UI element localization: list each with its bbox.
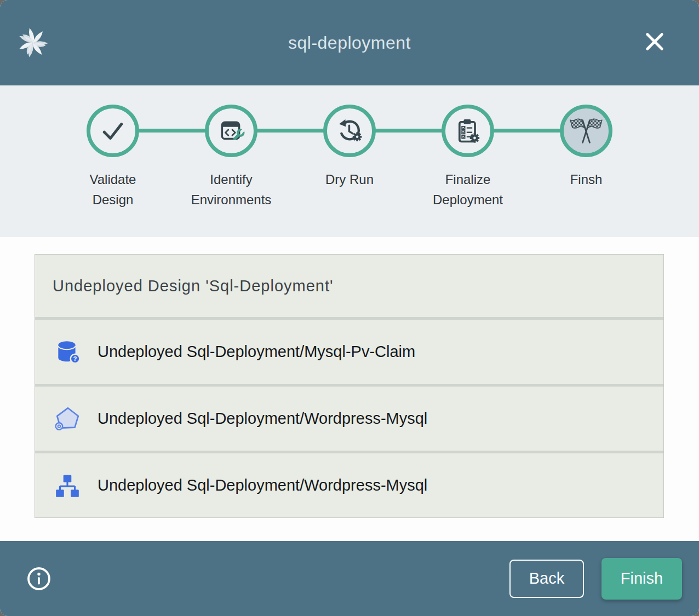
check-icon[interactable] bbox=[87, 105, 139, 157]
list-item: ? Undeployed Sql-Deployment/Mysql-Pv-Cla… bbox=[35, 317, 663, 384]
modal-header: sql-deployment bbox=[0, 0, 699, 85]
list-item-label: Undeployed Sql-Deployment/Mysql-Pv-Claim bbox=[98, 343, 415, 361]
svg-text:?: ? bbox=[73, 355, 77, 362]
back-button[interactable]: Back bbox=[509, 560, 584, 598]
code-window-wrench-icon[interactable] bbox=[205, 105, 257, 157]
step-label: Finsh bbox=[570, 169, 603, 189]
step-identify-environments: Identify Environments bbox=[172, 105, 290, 210]
list-item: Undeployed Sql-Deployment/Wordpress-Mysq… bbox=[35, 451, 663, 517]
list-item-label: Undeployed Sql-Deployment/Wordpress-Mysq… bbox=[98, 410, 427, 428]
step-finalize-deployment: Finalize Deployment bbox=[409, 105, 527, 210]
checkered-flags-icon[interactable] bbox=[560, 105, 612, 157]
step-label: Identify Environments bbox=[188, 169, 274, 210]
finish-button[interactable]: Finish bbox=[601, 558, 682, 600]
info-circle-icon[interactable] bbox=[26, 566, 51, 591]
history-gear-icon[interactable] bbox=[323, 105, 376, 157]
sql-deployment-wizard-modal: sql-deployment Validate Design bbox=[0, 0, 699, 616]
step-label: Validate Design bbox=[70, 169, 156, 210]
step-validate-design: Validate Design bbox=[54, 105, 172, 210]
step-label: Dry Run bbox=[325, 169, 374, 189]
wizard-stepper: Validate Design Identify En bbox=[0, 85, 699, 237]
list-item-label: Undeployed Sql-Deployment/Wordpress-Mysq… bbox=[98, 476, 427, 494]
step-finish: Finsh bbox=[527, 105, 645, 210]
close-icon[interactable] bbox=[642, 30, 667, 55]
log-header-row: Undeployed Design 'Sql-Deployment' bbox=[35, 255, 663, 317]
modal-title: sql-deployment bbox=[0, 33, 699, 53]
step-label: Finalize Deployment bbox=[425, 169, 511, 210]
step-dry-run: Dry Run bbox=[290, 105, 409, 210]
deployment-log-list: Undeployed Design 'Sql-Deployment' ? Und… bbox=[35, 254, 664, 518]
clipboard-gear-icon[interactable] bbox=[442, 105, 494, 157]
wizard-content: Undeployed Design 'Sql-Deployment' ? Und… bbox=[0, 237, 699, 541]
list-item: Undeployed Sql-Deployment/Wordpress-Mysq… bbox=[35, 384, 663, 451]
pinwheel-logo-icon bbox=[18, 27, 48, 58]
pod-pentagon-icon bbox=[54, 405, 81, 433]
database-icon: ? bbox=[54, 338, 81, 366]
log-header-text: Undeployed Design 'Sql-Deployment' bbox=[53, 277, 334, 295]
modal-footer: Back Finish bbox=[0, 541, 699, 616]
deployment-tree-icon bbox=[54, 472, 81, 499]
